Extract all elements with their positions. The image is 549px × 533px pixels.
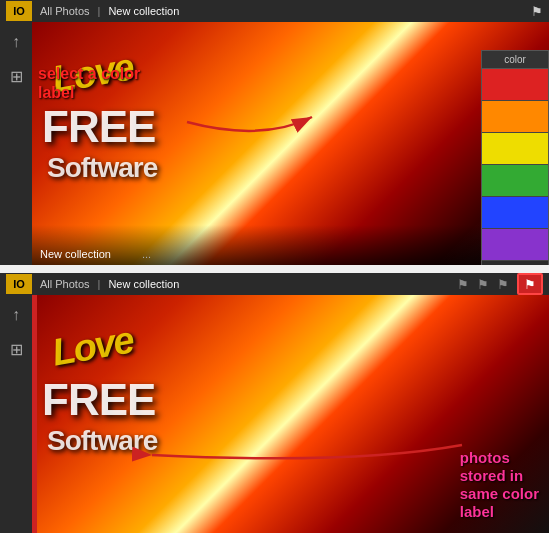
color-swatch-purple[interactable] — [482, 229, 548, 261]
content-area-top: ⚑ jpg ⬆ Love FREE Software New collectio… — [32, 22, 549, 265]
color-swatch-yellow[interactable] — [482, 133, 548, 165]
nav-separator-top: | — [98, 5, 101, 17]
new-collection-link-bottom[interactable]: New collection — [108, 278, 179, 290]
color-picker-panel: color none — [481, 50, 549, 265]
color-swatch-orange[interactable] — [482, 101, 548, 133]
color-swatch-green[interactable] — [482, 165, 548, 197]
flag-icon-outline-1[interactable]: ⚑ — [457, 277, 469, 292]
photo-text-free-top: FREE — [42, 102, 155, 152]
flag-icon-outline-3[interactable]: ⚑ — [497, 277, 509, 292]
color-swatch-blue[interactable] — [482, 197, 548, 229]
app-logo: IO — [6, 1, 32, 21]
photo-text-love-top: Love — [49, 45, 136, 101]
color-none-option[interactable]: none — [482, 261, 548, 265]
photo-text-free-bottom: FREE — [42, 375, 155, 425]
grid-icon[interactable]: ⊞ — [4, 64, 28, 88]
top-header-bar: IO All Photos | New collection ⚑ — [0, 0, 549, 22]
upload-icon-bottom[interactable]: ↑ — [4, 303, 28, 327]
bottom-header-bar: IO All Photos | New collection ⚑ ⚑ ⚑ ⚑ L… — [0, 273, 549, 295]
color-swatch-red[interactable] — [482, 69, 548, 101]
color-picker-header: color — [482, 51, 548, 69]
photo-canvas-bottom: Love FREE Software — [32, 295, 549, 533]
red-label-strip — [32, 295, 37, 533]
nav-separator-bottom: | — [98, 278, 101, 290]
header-flag-icon-top[interactable]: ⚑ — [531, 4, 543, 19]
sidebar-top: ↑ ⊞ — [0, 22, 32, 265]
app-logo-bottom: IO — [6, 274, 32, 294]
content-area-bottom: Love FREE Software photosstored insame c… — [32, 295, 549, 533]
photo-text-love-bottom: Love — [49, 318, 136, 374]
upload-icon[interactable]: ↑ — [4, 30, 28, 54]
active-flag-glyph: ⚑ — [524, 277, 536, 292]
photo-text-software-top: Software — [47, 152, 157, 184]
photo-bottom-label: New collection — [40, 248, 111, 260]
photo-canvas-top: Love FREE Software New collection ... — [32, 22, 549, 265]
all-photos-link-top[interactable]: All Photos — [40, 5, 90, 17]
photo-text-software-bottom: Software — [47, 425, 157, 457]
bottom-panel: IO All Photos | New collection ⚑ ⚑ ⚑ ⚑ L… — [0, 273, 549, 533]
sidebar-bottom: ↑ ⊞ — [0, 295, 32, 533]
top-panel: IO All Photos | New collection ⚑ ↑ ⊞ ⚑ j… — [0, 0, 549, 265]
panel-gap — [0, 265, 549, 269]
photo-bottom-dots: ... — [142, 248, 151, 260]
new-collection-link-top[interactable]: New collection — [108, 5, 179, 17]
active-red-flag-button[interactable]: ⚑ — [517, 273, 543, 295]
flag-icon-outline-2[interactable]: ⚑ — [477, 277, 489, 292]
grid-icon-bottom[interactable]: ⊞ — [4, 337, 28, 361]
all-photos-link-bottom[interactable]: All Photos — [40, 278, 90, 290]
